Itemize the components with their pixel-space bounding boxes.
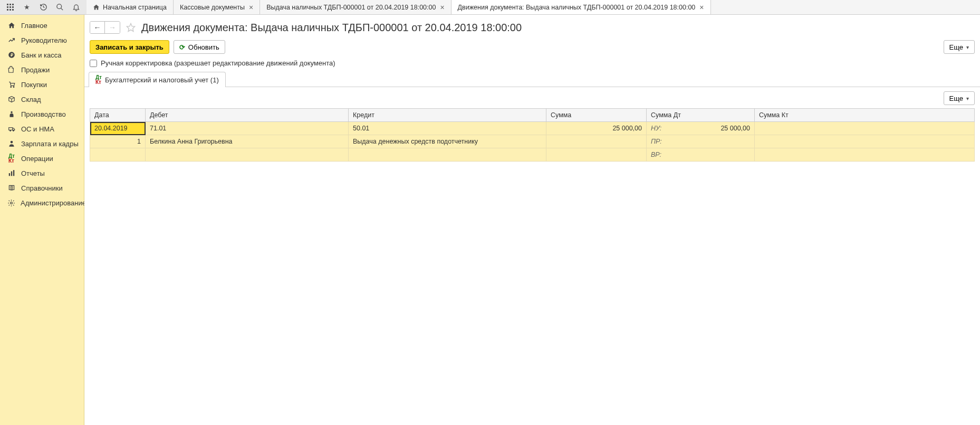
col-summa-dt[interactable]: Сумма Дт bbox=[647, 109, 755, 122]
cell-summa-kt-3[interactable] bbox=[755, 148, 975, 162]
table-row[interactable]: 1 Белкина Анна Григорьевна Выдача денежн… bbox=[90, 135, 975, 148]
tab[interactable]: Кассовые документы× bbox=[174, 0, 260, 14]
sidebar-item[interactable]: Главное bbox=[0, 18, 84, 33]
tab-label: Кассовые документы bbox=[180, 4, 245, 11]
col-debet[interactable]: Дебет bbox=[146, 109, 349, 122]
sidebar-item[interactable]: Администрирование bbox=[0, 195, 84, 210]
more-button[interactable]: Еще ▾ bbox=[944, 40, 975, 54]
page-title: Движения документа: Выдача наличных ТДБП… bbox=[141, 22, 522, 34]
table-row[interactable]: 20.04.2019 71.01 50.01 25 000,00 НУ:25 0… bbox=[90, 122, 975, 135]
workman-icon bbox=[7, 110, 16, 118]
more-label: Еще bbox=[949, 43, 963, 51]
apps-icon[interactable] bbox=[6, 3, 15, 12]
cell-debet-sub[interactable]: Белкина Анна Григорьевна bbox=[146, 135, 349, 148]
col-kredit[interactable]: Кредит bbox=[349, 109, 546, 122]
col-date[interactable]: Дата bbox=[90, 109, 146, 122]
cell-kredit-acc[interactable]: 50.01 bbox=[349, 122, 546, 135]
cell-summa-2[interactable] bbox=[546, 135, 647, 148]
svg-rect-1 bbox=[9, 4, 11, 5]
svg-line-10 bbox=[61, 8, 63, 10]
sidebar-item[interactable]: Руководителю bbox=[0, 33, 84, 48]
home-icon bbox=[93, 4, 100, 11]
col-summa[interactable]: Сумма bbox=[546, 109, 647, 122]
svg-point-19 bbox=[11, 141, 13, 144]
cell-debet-acc[interactable]: 71.01 bbox=[146, 122, 349, 135]
sidebar-item[interactable]: Справочники bbox=[0, 181, 84, 195]
cell-summa-kt-2[interactable] bbox=[755, 135, 975, 148]
trend-icon bbox=[7, 36, 16, 44]
col-summa-kt[interactable]: Сумма Кт bbox=[755, 109, 975, 122]
chevron-down-icon: ▾ bbox=[966, 44, 969, 50]
tab-bar: Начальная страницаКассовые документы×Выд… bbox=[87, 0, 980, 14]
svg-rect-7 bbox=[9, 9, 11, 11]
cell-summa[interactable]: 25 000,00 bbox=[546, 122, 647, 135]
sidebar-item[interactable]: Склад bbox=[0, 92, 84, 107]
sidebar-item-label: Производство bbox=[21, 110, 66, 118]
sidebar-item[interactable]: Продажи bbox=[0, 62, 84, 77]
svg-rect-20 bbox=[9, 173, 10, 176]
bars-icon bbox=[7, 169, 16, 177]
sidebar: ГлавноеРуководителю₽Банк и кассаПродажиП… bbox=[0, 15, 84, 425]
search-icon[interactable] bbox=[55, 3, 64, 12]
refresh-icon: ⟳ bbox=[179, 43, 185, 51]
sidebar-item-label: Склад bbox=[21, 96, 41, 103]
content-area: ← → Движения документа: Выдача наличных … bbox=[84, 15, 980, 425]
table-more-button[interactable]: Еще ▾ bbox=[944, 91, 975, 105]
cell-empty-d[interactable] bbox=[546, 148, 647, 162]
sidebar-item[interactable]: ₽Банк и касса bbox=[0, 48, 84, 62]
box-icon bbox=[7, 95, 16, 103]
sidebar-item-label: Банк и касса bbox=[21, 51, 62, 59]
bell-icon[interactable] bbox=[72, 3, 80, 12]
tab[interactable]: Выдача наличных ТДБП-000001 от 20.04.201… bbox=[260, 0, 451, 14]
ruble-icon: ₽ bbox=[7, 51, 16, 59]
svg-rect-21 bbox=[11, 172, 12, 176]
sidebar-item[interactable]: ДтКтОперации bbox=[0, 151, 84, 166]
sidebar-item[interactable]: Покупки bbox=[0, 77, 84, 92]
tab-label: Движения документа: Выдача наличных ТДБП… bbox=[458, 4, 696, 11]
cell-num[interactable]: 1 bbox=[90, 135, 146, 148]
back-button[interactable]: ← bbox=[90, 22, 105, 33]
tab[interactable]: Начальная страница bbox=[87, 0, 174, 14]
svg-point-9 bbox=[56, 4, 61, 9]
close-icon[interactable]: × bbox=[699, 4, 704, 11]
sidebar-item-label: Справочники bbox=[21, 184, 63, 192]
cell-empty-b[interactable] bbox=[146, 148, 349, 162]
sidebar-item[interactable]: Отчеты bbox=[0, 166, 84, 181]
cell-empty-a[interactable] bbox=[90, 148, 146, 162]
manual-correction-label: Ручная корректировка (разрешает редактир… bbox=[101, 59, 335, 67]
svg-rect-3 bbox=[7, 6, 8, 8]
cell-empty-c[interactable] bbox=[349, 148, 546, 162]
dtkt-icon: ДтКт bbox=[7, 154, 16, 163]
table-row[interactable]: ВР: bbox=[90, 148, 975, 162]
sidebar-item-label: Отчеты bbox=[21, 169, 45, 177]
sidebar-item-label: Главное bbox=[21, 22, 47, 30]
nav-arrows: ← → bbox=[90, 21, 120, 34]
tab[interactable]: Движения документа: Выдача наличных ТДБП… bbox=[451, 0, 711, 14]
refresh-button[interactable]: ⟳ Обновить bbox=[174, 40, 225, 54]
forward-button[interactable]: → bbox=[105, 22, 120, 33]
sidebar-item-label: Администрирование bbox=[21, 199, 86, 207]
dtkt-icon: ДтКт bbox=[95, 75, 102, 84]
cell-date[interactable]: 20.04.2019 bbox=[90, 122, 146, 135]
book-icon bbox=[7, 184, 16, 192]
sidebar-item[interactable]: ОС и НМА bbox=[0, 121, 84, 136]
close-icon[interactable]: × bbox=[249, 4, 253, 11]
sidebar-item-label: ОС и НМА bbox=[21, 125, 54, 133]
history-icon[interactable] bbox=[39, 3, 47, 12]
svg-rect-4 bbox=[9, 6, 11, 8]
save-close-button[interactable]: Записать и закрыть bbox=[90, 40, 169, 54]
manual-correction-checkbox[interactable] bbox=[90, 60, 97, 67]
cell-kredit-sub[interactable]: Выдача денежных средств подотчетнику bbox=[349, 135, 546, 148]
sidebar-item[interactable]: Зарплата и кадры bbox=[0, 136, 84, 151]
close-icon[interactable]: × bbox=[440, 4, 444, 11]
cell-summa-kt-1[interactable] bbox=[755, 122, 975, 135]
cell-pr[interactable]: ПР: bbox=[647, 135, 755, 148]
cell-nu[interactable]: НУ:25 000,00 bbox=[647, 122, 755, 135]
favorite-toggle[interactable] bbox=[126, 22, 136, 33]
accounting-tab[interactable]: ДтКт Бухгалтерский и налоговый учет (1) bbox=[89, 72, 226, 87]
sidebar-item[interactable]: Производство bbox=[0, 107, 84, 121]
svg-rect-22 bbox=[13, 170, 14, 176]
svg-rect-16 bbox=[8, 128, 12, 130]
favorites-icon[interactable]: ★ bbox=[23, 3, 31, 12]
cell-vr[interactable]: ВР: bbox=[647, 148, 755, 162]
